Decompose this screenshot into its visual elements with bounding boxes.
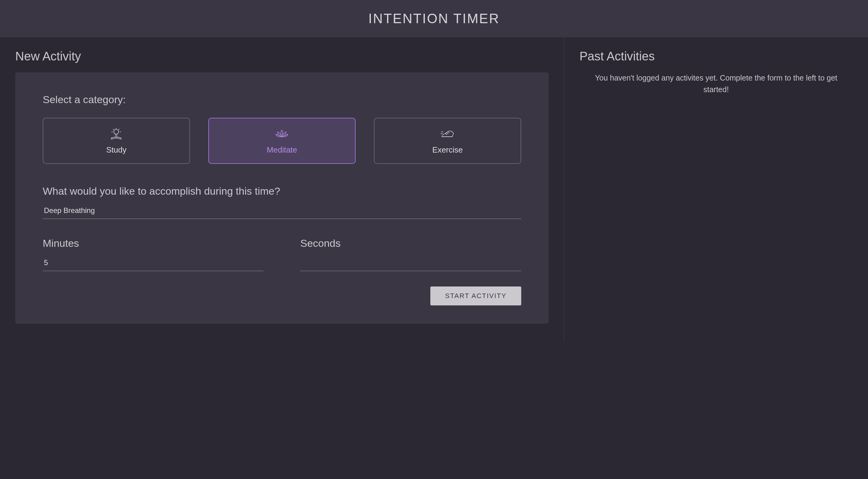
accomplish-label: What would you like to accomplish during… [43,185,521,197]
category-buttons-row: Study Meditate [43,118,521,164]
category-label-meditate: Meditate [267,145,298,155]
category-label-study: Study [106,145,127,155]
minutes-label: Minutes [43,237,264,249]
seconds-input[interactable] [300,256,521,271]
time-row: Minutes Seconds [43,237,521,271]
past-activities-section: Past Activities You haven't logged any a… [564,37,868,342]
accomplish-input[interactable] [43,203,521,219]
minutes-block: Minutes [43,237,264,271]
category-button-meditate[interactable]: Meditate [208,118,355,164]
new-activity-section: New Activity Select a category: [0,37,564,342]
app-title: INTENTION TIMER [0,11,868,26]
svg-point-0 [114,129,119,134]
start-row: START ACTIVITY [43,287,521,305]
accomplish-block: What would you like to accomplish during… [43,185,521,219]
past-activities-empty-message: You haven't logged any activites yet. Co… [580,72,853,95]
running-shoe-icon [440,127,455,140]
past-activities-title: Past Activities [580,50,853,63]
start-activity-button[interactable]: START ACTIVITY [430,287,521,305]
main-layout: New Activity Select a category: [0,37,868,342]
lightbulb-book-icon [109,127,124,140]
lotus-icon [275,127,289,140]
select-category-label: Select a category: [43,94,521,106]
new-activity-title: New Activity [15,50,549,63]
category-label-exercise: Exercise [432,145,463,155]
seconds-block: Seconds [300,237,521,271]
app-header: INTENTION TIMER [0,0,868,37]
minutes-input[interactable] [43,256,264,271]
new-activity-form: Select a category: S [15,72,549,324]
category-button-study[interactable]: Study [43,118,190,164]
category-button-exercise[interactable]: Exercise [374,118,521,164]
seconds-label: Seconds [300,237,521,249]
